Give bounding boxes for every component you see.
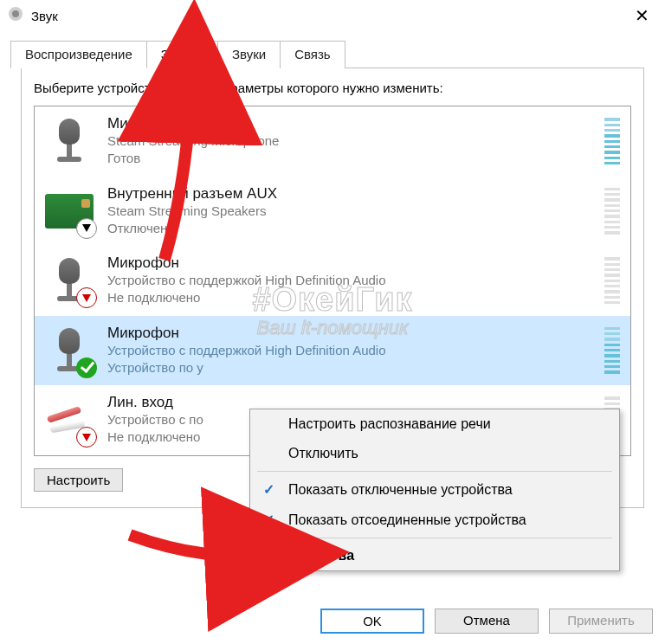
device-name: Микрофон <box>107 254 592 272</box>
window-close-button[interactable]: ✕ <box>628 7 656 24</box>
ctx-separator <box>257 538 612 538</box>
level-meter <box>604 118 620 164</box>
tab-playback[interactable]: Воспроизведение <box>10 41 147 68</box>
check-icon: ✓ <box>259 512 278 528</box>
tab-communications[interactable]: Связь <box>280 41 345 68</box>
level-meter <box>604 188 620 235</box>
device-name: Внутренний разъем AUX <box>107 185 592 203</box>
tab-sounds[interactable]: Звуки <box>217 41 281 68</box>
tab-recording[interactable]: Запись <box>146 41 218 68</box>
window-title: Звук <box>31 9 58 23</box>
device-name: Микрофон <box>107 325 592 342</box>
apply-button[interactable]: Применить <box>549 609 653 634</box>
svg-point-1 <box>12 10 19 17</box>
device-row[interactable]: МикрофонУстройство с поддержкой High Def… <box>35 316 630 386</box>
device-status: Не подключено <box>107 289 592 306</box>
check-icon: ✓ <box>259 481 278 498</box>
instruction-text: Выберите устройство записи, параметры ко… <box>34 80 631 95</box>
level-meter <box>604 257 620 304</box>
level-meter <box>604 327 620 374</box>
mic-icon <box>43 254 95 306</box>
device-description: Steam Streaming Speakers <box>107 203 592 220</box>
status-badge-green <box>76 357 97 378</box>
ctx-disable[interactable]: Отключить <box>250 439 619 468</box>
device-text: МикрофонSteam Streaming MicrophoneГотов <box>107 115 592 168</box>
device-status: Готов <box>107 150 592 167</box>
ctx-show-disconnected-label: Показать отсоединенные устройства <box>288 512 526 528</box>
ctx-show-disconnected[interactable]: ✓Показать отсоединенные устройства <box>250 505 619 535</box>
device-status: Отключено <box>107 220 592 237</box>
ctx-separator <box>257 471 612 472</box>
app-icon <box>7 5 24 26</box>
ctx-disable-label: Отключить <box>288 446 358 461</box>
device-text: МикрофонУстройство с поддержкой High Def… <box>107 325 592 377</box>
device-row[interactable]: МикрофонSteam Streaming MicrophoneГотов <box>35 106 630 177</box>
ctx-show-disabled-label: Показать отключенные устройства <box>288 482 513 498</box>
ctx-properties-label: Свойства <box>288 548 354 564</box>
device-status: Устройство по у <box>107 359 592 377</box>
window-titlebar: Звук ✕ <box>0 0 665 31</box>
device-text: МикрофонУстройство с поддержкой High Def… <box>107 254 592 307</box>
ctx-show-disabled[interactable]: ✓Показать отключенные устройства <box>250 474 619 505</box>
status-badge-red <box>76 287 97 308</box>
cancel-button[interactable]: Отмена <box>435 609 539 634</box>
device-name: Микрофон <box>107 115 592 132</box>
device-description: Steam Streaming Microphone <box>107 132 592 150</box>
device-text: Внутренний разъем AUXSteam Streaming Spe… <box>107 185 592 238</box>
status-badge-down <box>76 218 97 239</box>
device-row[interactable]: МикрофонУстройство с поддержкой High Def… <box>35 246 630 316</box>
device-context-menu: Настроить распознавание речи Отключить ✓… <box>249 409 620 571</box>
ctx-properties[interactable]: Свойства <box>250 541 619 570</box>
device-description: Устройство с поддержкой High Definition … <box>107 342 592 359</box>
ctx-configure-speech-label: Настроить распознавание речи <box>288 416 491 432</box>
device-description: Устройство с поддержкой High Definition … <box>107 272 592 289</box>
jack-icon <box>43 394 95 446</box>
ok-button[interactable]: OK <box>320 609 424 634</box>
configure-button[interactable]: Настроить <box>34 468 123 492</box>
mic-icon <box>43 115 95 167</box>
ctx-configure-speech[interactable]: Настроить распознавание речи <box>250 409 619 439</box>
device-list[interactable]: МикрофонSteam Streaming MicrophoneГотовВ… <box>34 106 631 456</box>
mic-icon <box>43 325 95 377</box>
status-badge-red <box>76 427 97 448</box>
card-icon <box>43 185 95 237</box>
dialog-button-row: OK Отмена Применить <box>320 609 653 634</box>
device-row[interactable]: Внутренний разъем AUXSteam Streaming Spe… <box>35 177 630 247</box>
